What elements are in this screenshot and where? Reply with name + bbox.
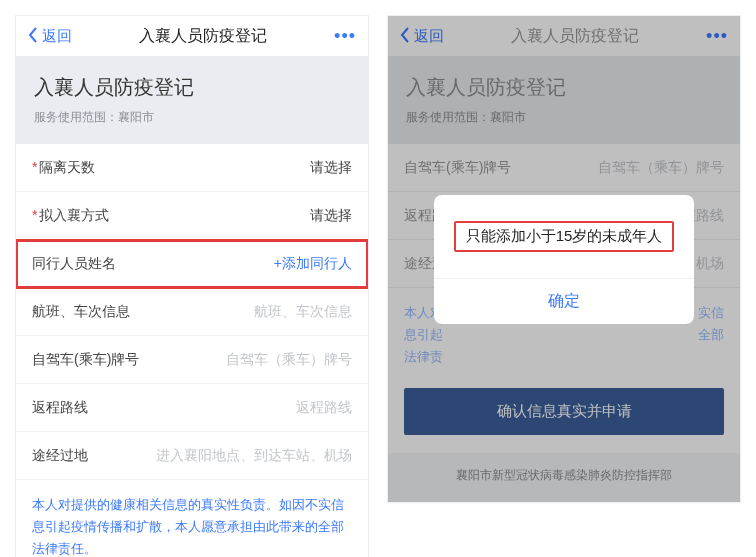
row-return-route[interactable]: 返程路线 返程路线 <box>16 384 368 432</box>
label-method: 拟入襄方式 <box>32 207 109 225</box>
label-route: 返程路线 <box>32 399 88 417</box>
form-header: 入襄人员防疫登记 服务使用范围：襄阳市 <box>16 56 368 144</box>
alert-message-text: 只能添加小于15岁的未成年人 <box>454 221 675 252</box>
placeholder-via: 进入襄阳地点、到达车站、机场 <box>156 447 352 465</box>
row-entry-method[interactable]: 拟入襄方式 请选择 <box>16 192 368 240</box>
value-method: 请选择 <box>310 207 352 225</box>
alert-message: 只能添加小于15岁的未成年人 <box>434 195 694 278</box>
label-flight: 航班、车次信息 <box>32 303 130 321</box>
back-button[interactable]: 返回 <box>28 27 72 46</box>
page-title: 入襄人员防疫登记 <box>139 26 267 47</box>
row-quarantine-days[interactable]: 隔离天数 请选择 <box>16 144 368 192</box>
label-companion: 同行人员姓名 <box>32 255 116 273</box>
row-via-places[interactable]: 途经过地 进入襄阳地点、到达车站、机场 <box>16 432 368 480</box>
label-quarantine: 隔离天数 <box>32 159 95 177</box>
row-flight-info[interactable]: 航班、车次信息 航班、车次信息 <box>16 288 368 336</box>
form-scope: 服务使用范围：襄阳市 <box>34 109 350 126</box>
label-car: 自驾车(乘车)牌号 <box>32 351 139 369</box>
row-car-plate[interactable]: 自驾车(乘车)牌号 自驾车（乘车）牌号 <box>16 336 368 384</box>
label-via: 途经过地 <box>32 447 88 465</box>
alert-dialog: 只能添加小于15岁的未成年人 确定 <box>434 195 694 324</box>
phone-screen-right: 返回 入襄人员防疫登记 ••• 入襄人员防疫登记 服务使用范围：襄阳市 自驾车(… <box>388 16 740 502</box>
back-label: 返回 <box>42 27 72 46</box>
add-companion-link[interactable]: +添加同行人 <box>274 255 352 273</box>
phone-screen-left: 返回 入襄人员防疫登记 ••• 入襄人员防疫登记 服务使用范围：襄阳市 隔离天数… <box>16 16 368 557</box>
placeholder-car: 自驾车（乘车）牌号 <box>226 351 352 369</box>
placeholder-flight: 航班、车次信息 <box>254 303 352 321</box>
chevron-left-icon <box>28 27 38 46</box>
form-list: 隔离天数 请选择 拟入襄方式 请选择 同行人员姓名 +添加同行人 航班、车次信息… <box>16 144 368 480</box>
placeholder-route: 返程路线 <box>296 399 352 417</box>
legal-notice: 本人对提供的健康相关信息的真实性负责。如因不实信息引起疫情传播和扩散，本人愿意承… <box>16 480 368 557</box>
row-companion-name[interactable]: 同行人员姓名 +添加同行人 <box>16 240 368 288</box>
alert-ok-button[interactable]: 确定 <box>434 278 694 324</box>
value-quarantine: 请选择 <box>310 159 352 177</box>
modal-overlay: 只能添加小于15岁的未成年人 确定 <box>388 16 740 502</box>
form-title: 入襄人员防疫登记 <box>34 74 350 101</box>
navbar: 返回 入襄人员防疫登记 ••• <box>16 16 368 56</box>
more-button[interactable]: ••• <box>334 26 356 47</box>
